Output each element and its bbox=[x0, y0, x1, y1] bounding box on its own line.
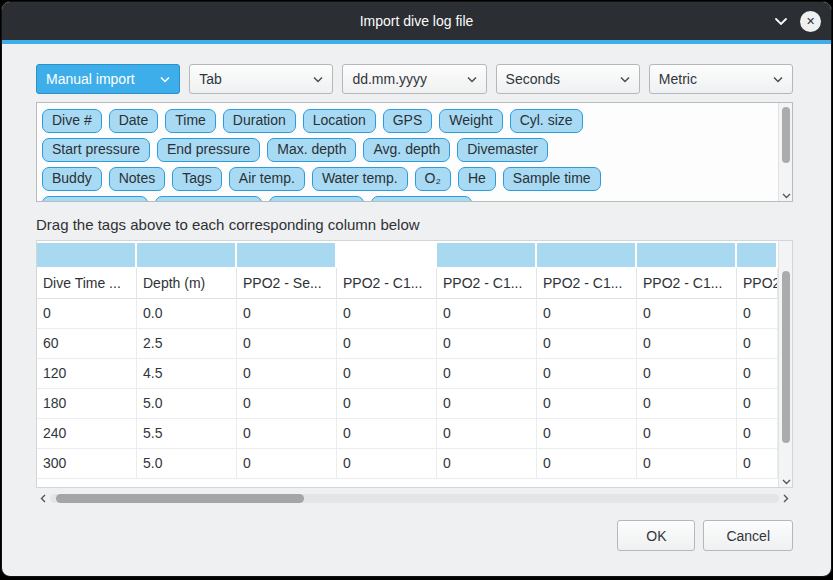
column-header: PPO2 - C1... bbox=[637, 268, 737, 299]
table-cell: 0 bbox=[537, 299, 637, 329]
field-tag[interactable]: Start pressure bbox=[42, 138, 150, 162]
field-separator-combobox[interactable]: Tab bbox=[189, 64, 333, 94]
scroll-left-icon[interactable] bbox=[36, 494, 50, 503]
combobox-value: Tab bbox=[199, 71, 313, 87]
field-tag[interactable]: Water temp. bbox=[312, 167, 408, 191]
table-row: 3005.0000000 bbox=[37, 449, 778, 479]
tagpool-vertical-scrollbar[interactable] bbox=[778, 103, 792, 201]
table-row: 2405.5000000 bbox=[37, 419, 778, 449]
column-drop-target[interactable] bbox=[737, 243, 776, 267]
scroll-down-icon[interactable] bbox=[779, 193, 793, 199]
combobox-value: Metric bbox=[659, 71, 773, 87]
table-cell: 300 bbox=[37, 449, 137, 479]
table-cell: 0 bbox=[637, 359, 737, 389]
table-cell: 0 bbox=[237, 449, 337, 479]
field-tag[interactable]: Notes bbox=[109, 167, 166, 191]
field-tag[interactable]: Sample pO₂ bbox=[269, 196, 364, 201]
close-icon: ✕ bbox=[806, 15, 815, 28]
table-cell: 0 bbox=[637, 419, 737, 449]
field-tag[interactable]: Avg. depth bbox=[363, 138, 450, 162]
close-button[interactable]: ✕ bbox=[800, 11, 821, 32]
table-cell: 0 bbox=[237, 419, 337, 449]
field-tag[interactable]: He bbox=[458, 167, 496, 191]
duration-format-combobox[interactable]: Seconds bbox=[496, 64, 640, 94]
field-tag[interactable]: Sample temp. bbox=[155, 196, 261, 201]
field-tag[interactable]: Sample depth bbox=[42, 196, 148, 201]
column-header: Depth (m) bbox=[137, 268, 237, 299]
scroll-down-icon[interactable] bbox=[779, 479, 793, 485]
table-cell: 0 bbox=[537, 389, 637, 419]
table-cell: 5.0 bbox=[137, 389, 237, 419]
field-tag[interactable]: Sample CNS bbox=[371, 196, 472, 201]
instruction-text: Drag the tags above to each correspondin… bbox=[36, 216, 793, 233]
units-combobox[interactable]: Metric bbox=[649, 64, 793, 94]
column-drop-target[interactable] bbox=[137, 243, 235, 267]
table-cell: 0 bbox=[337, 419, 437, 449]
field-tag[interactable]: Duration bbox=[223, 109, 296, 133]
table-cell: 0 bbox=[537, 419, 637, 449]
table-cell: 0 bbox=[437, 449, 537, 479]
scrollbar-thumb[interactable] bbox=[56, 494, 304, 503]
column-drop-target[interactable] bbox=[237, 243, 335, 267]
column-header: PPO2 - C1... bbox=[537, 268, 637, 299]
chevron-down-icon[interactable] bbox=[774, 17, 788, 26]
table-cell: 0 bbox=[537, 449, 637, 479]
combobox-value: Seconds bbox=[506, 71, 620, 87]
column-drop-target[interactable] bbox=[437, 243, 535, 267]
column-drop-target[interactable] bbox=[37, 243, 135, 267]
table-cell: 0 bbox=[237, 329, 337, 359]
field-tag[interactable]: Tags bbox=[172, 167, 222, 191]
field-tag[interactable]: Air temp. bbox=[229, 167, 305, 191]
column-header: PPO2 - C1... bbox=[437, 268, 537, 299]
ok-button[interactable]: OK bbox=[617, 520, 695, 551]
table-body: Dive Time ...Depth (m)PPO2 - Se...PPO2 -… bbox=[37, 241, 778, 487]
field-tag[interactable]: End pressure bbox=[157, 138, 260, 162]
table-cell: 240 bbox=[37, 419, 137, 449]
field-tag[interactable]: O₂ bbox=[415, 167, 451, 191]
table-cell: 60 bbox=[37, 329, 137, 359]
field-tag[interactable]: Time bbox=[165, 109, 216, 133]
titlebar-controls: ✕ bbox=[774, 2, 821, 40]
tag-row: Dive #DateTimeDurationLocationGPSWeightC… bbox=[42, 109, 772, 133]
table-cell: 180 bbox=[37, 389, 137, 419]
field-tag[interactable]: GPS bbox=[383, 109, 433, 133]
field-tag[interactable]: Divemaster bbox=[457, 138, 548, 162]
date-format-combobox[interactable]: dd.mm.yyyy bbox=[342, 64, 486, 94]
combobox-value: dd.mm.yyyy bbox=[352, 71, 466, 87]
table-vertical-scrollbar[interactable] bbox=[778, 241, 792, 487]
tag-row: Start pressureEnd pressureMax. depthAvg.… bbox=[42, 138, 772, 162]
field-tag[interactable]: Max. depth bbox=[267, 138, 356, 162]
scrollbar-track[interactable] bbox=[50, 494, 779, 503]
table-cell: 0 bbox=[737, 389, 778, 419]
table-cell: 0 bbox=[437, 359, 537, 389]
table-cell: 0 bbox=[437, 419, 537, 449]
dialog-buttons: OK Cancel bbox=[36, 520, 793, 551]
scrollbar-thumb[interactable] bbox=[782, 271, 790, 443]
import-mode-combobox[interactable]: Manual import bbox=[36, 64, 180, 94]
combobox-value: Manual import bbox=[46, 71, 160, 87]
table-cell: 0 bbox=[637, 449, 737, 479]
field-tag[interactable]: Location bbox=[303, 109, 376, 133]
cancel-button[interactable]: Cancel bbox=[703, 520, 793, 551]
chevron-down-icon bbox=[313, 76, 323, 83]
scroll-right-icon[interactable] bbox=[779, 494, 793, 503]
titlebar[interactable]: Import dive log file ✕ bbox=[2, 2, 831, 40]
field-tag[interactable]: Dive # bbox=[42, 109, 102, 133]
column-drop-target[interactable] bbox=[537, 243, 635, 267]
tag-row: Sample depthSample temp.Sample pO₂Sample… bbox=[42, 196, 772, 201]
table-horizontal-scrollbar[interactable] bbox=[36, 491, 793, 506]
table-cell: 0 bbox=[537, 329, 637, 359]
field-tag[interactable]: Sample time bbox=[503, 167, 601, 191]
field-tag[interactable]: Date bbox=[109, 109, 159, 133]
field-tag[interactable]: Cyl. size bbox=[510, 109, 583, 133]
tag-pool: Dive #DateTimeDurationLocationGPSWeightC… bbox=[36, 102, 793, 202]
scrollbar-thumb[interactable] bbox=[782, 107, 790, 163]
column-drop-target[interactable] bbox=[337, 243, 435, 267]
field-tag[interactable]: Buddy bbox=[42, 167, 102, 191]
table-cell: 5.0 bbox=[137, 449, 237, 479]
field-tag[interactable]: Weight bbox=[439, 109, 502, 133]
table-cell: 0 bbox=[237, 389, 337, 419]
table-cell: 0 bbox=[637, 389, 737, 419]
table-cell: 0 bbox=[237, 359, 337, 389]
column-drop-target[interactable] bbox=[637, 243, 735, 267]
